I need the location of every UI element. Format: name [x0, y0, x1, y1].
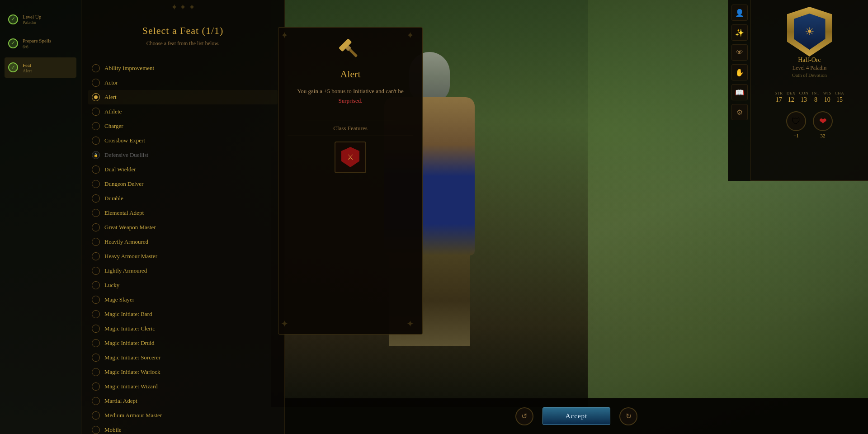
accept-button[interactable]: Accept — [542, 407, 610, 425]
feat-name-mage-slayer: Mage Slayer — [104, 296, 134, 303]
nav-text-feat: Feat Alert — [23, 62, 32, 73]
nav-item-feat[interactable]: ✓ Feat Alert — [5, 57, 76, 78]
corner-decoration-tr: ✦ — [406, 30, 420, 43]
sidebar-btn-magic[interactable]: ✨ — [731, 24, 748, 41]
feat-name-elemental-adept: Elemental Adept — [104, 209, 144, 217]
feat-selection-panel: ✦ ✦ ✦ Select a Feat (1/1) Choose a feat … — [81, 0, 285, 434]
nav-sublabel-feat: Alert — [23, 68, 32, 73]
feat-radio-lightly-armoured — [92, 267, 100, 275]
feat-item-medium-armour-master[interactable]: Medium Armour Master — [88, 408, 278, 423]
character-info-panel: ☀ Half-Orc Level 4 Paladin Oath of Devot… — [750, 0, 868, 181]
nav-item-level-up[interactable]: ✓ Level Up Paladin — [5, 9, 76, 29]
stat-cha: CHA 15 — [835, 91, 844, 104]
feat-radio-heavy-armour-master — [92, 252, 100, 260]
feat-item-dungeon-delver[interactable]: Dungeon Delver — [88, 177, 278, 191]
feat-detail-description: You gain a +5 bonus to Initiative and ca… — [288, 87, 413, 106]
feat-detail-panel: ✦ ✦ Alert You gain a +5 bonus to Initiat… — [278, 27, 423, 335]
feat-radio-magic-initiate-warlock — [92, 368, 100, 376]
feat-item-defensive-duellist[interactable]: Defensive Duellist — [88, 148, 278, 162]
nav-label-level-up: Level Up — [23, 14, 41, 20]
feat-item-lightly-armoured[interactable]: Lightly Armoured — [88, 264, 278, 278]
feat-item-alert[interactable]: Alert — [88, 90, 278, 104]
feat-name-dungeon-delver: Dungeon Delver — [104, 180, 143, 188]
feat-name-magic-initiate-druid: Magic Initiate: Druid — [104, 340, 154, 347]
feat-radio-crossbow-expert — [92, 137, 100, 145]
feat-radio-defensive-duellist — [92, 151, 100, 159]
feat-radio-great-weapon-master — [92, 223, 100, 231]
feat-radio-magic-initiate-sorcerer — [92, 354, 100, 362]
feat-radio-mobile — [92, 426, 100, 434]
stat-cha-value: 15 — [836, 96, 843, 104]
feat-name-medium-armour-master: Medium Armour Master — [104, 412, 162, 419]
feat-radio-athlete — [92, 108, 100, 116]
emblem-shield: ☀ — [787, 7, 832, 57]
feat-item-lucky[interactable]: Lucky — [88, 278, 278, 292]
stat-wis-value: 10 — [824, 96, 830, 104]
feat-name-charger: Charger — [104, 123, 123, 130]
feat-item-magic-initiate-sorcerer[interactable]: Magic Initiate: Sorcerer — [88, 350, 278, 365]
detail-icon-area — [288, 39, 413, 61]
feat-item-magic-initiate-cleric[interactable]: Magic Initiate: Cleric — [88, 321, 278, 336]
feat-name-magic-initiate-bard: Magic Initiate: Bard — [104, 311, 152, 318]
feat-item-magic-initiate-druid[interactable]: Magic Initiate: Druid — [88, 336, 278, 350]
feat-radio-charger — [92, 122, 100, 130]
feat-name-defensive-duellist: Defensive Duellist — [104, 151, 148, 159]
feat-item-magic-initiate-wizard[interactable]: Magic Initiate: Wizard — [88, 379, 278, 394]
nav-text-level-up: Level Up Paladin — [23, 14, 41, 25]
nav-item-prepare-spells[interactable]: ✓ Prepare Spells 6/6 — [5, 33, 76, 53]
feat-item-heavy-armour-master[interactable]: Heavy Armour Master — [88, 249, 278, 264]
feat-radio-alert — [92, 93, 100, 101]
feat-radio-heavily-armoured — [92, 238, 100, 246]
stat-wis: WIS 10 — [823, 91, 831, 104]
feat-item-dual-wielder[interactable]: Dual Wielder — [88, 162, 278, 177]
feat-name-magic-initiate-wizard: Magic Initiate: Wizard — [104, 383, 158, 390]
corner-decoration-tl: ✦ — [281, 30, 294, 43]
feat-item-crossbow-expert[interactable]: Crossbow Expert — [88, 133, 278, 148]
feat-radio-actor — [92, 79, 100, 87]
stat-str: STR 17 — [775, 91, 783, 104]
sidebar-btn-portrait[interactable]: 👤 — [731, 5, 748, 21]
resource-hp-icon: ❤ — [813, 111, 833, 131]
detail-divider — [288, 121, 413, 121]
feat-radio-martial-adept — [92, 397, 100, 405]
feat-item-durable[interactable]: Durable — [88, 191, 278, 206]
sidebar-btn-hand[interactable]: ✋ — [731, 64, 748, 80]
feat-detail-title: Alert — [288, 68, 413, 80]
undo-button[interactable]: ↺ — [515, 407, 533, 425]
stat-str-value: 17 — [776, 96, 782, 104]
feat-item-mage-slayer[interactable]: Mage Slayer — [88, 292, 278, 307]
stat-str-label: STR — [775, 91, 783, 95]
feat-item-elemental-adept[interactable]: Elemental Adept — [88, 206, 278, 220]
redo-button[interactable]: ↻ — [619, 407, 637, 425]
feat-name-lucky: Lucky — [104, 282, 119, 289]
feat-item-magic-initiate-bard[interactable]: Magic Initiate: Bard — [88, 307, 278, 321]
feat-item-athlete[interactable]: Athlete — [88, 104, 278, 119]
nav-check-feat: ✓ — [8, 62, 18, 72]
redo-icon: ↻ — [626, 412, 632, 420]
character-subclass: Oath of Devotion — [792, 72, 827, 78]
feat-item-actor[interactable]: Actor — [88, 75, 278, 90]
resource-hp: ❤ 32 — [813, 111, 833, 138]
feat-item-martial-adept[interactable]: Martial Adept — [88, 394, 278, 408]
feat-item-magic-initiate-warlock[interactable]: Magic Initiate: Warlock — [88, 365, 278, 379]
character-class: Level 4 Paladin — [793, 65, 826, 71]
stat-dex-label: DEX — [787, 91, 796, 95]
sidebar-btn-book[interactable]: 📖 — [731, 84, 748, 100]
feat-item-ability-improvement[interactable]: Ability Improvement — [88, 61, 278, 75]
hammer-icon-svg — [339, 39, 362, 61]
feat-item-heavily-armoured[interactable]: Heavily Armoured — [88, 235, 278, 249]
feat-item-mobile[interactable]: Mobile — [88, 423, 278, 434]
feat-panel-subtitle: Choose a feat from the list below. — [81, 40, 284, 54]
feat-name-durable: Durable — [104, 195, 123, 202]
sidebar-btn-gear[interactable]: ⚙ — [731, 104, 748, 120]
stat-dex: DEX 12 — [787, 91, 796, 104]
character-emblem: ☀ — [787, 7, 832, 52]
feat-name-great-weapon-master: Great Weapon Master — [104, 224, 156, 231]
feat-item-great-weapon-master[interactable]: Great Weapon Master — [88, 220, 278, 235]
feat-radio-lucky — [92, 281, 100, 289]
emblem-inner: ☀ — [794, 14, 826, 50]
feat-name-dual-wielder: Dual Wielder — [104, 166, 136, 173]
feat-item-charger[interactable]: Charger — [88, 119, 278, 133]
sidebar-btn-eye[interactable]: 👁 — [731, 44, 748, 61]
feat-name-magic-initiate-warlock: Magic Initiate: Warlock — [104, 368, 160, 376]
